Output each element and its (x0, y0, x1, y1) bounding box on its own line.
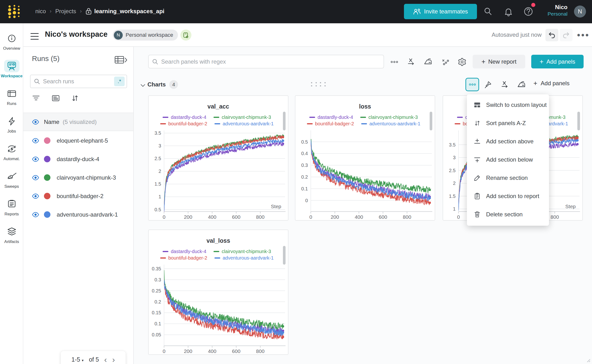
eye-icon[interactable] (32, 156, 39, 162)
line-chart[interactable]: 0.511.522.533.50200400600800Step (149, 96, 289, 221)
wandb-logo-icon[interactable] (8, 4, 22, 20)
workspace-title[interactable]: Nico's workspace (45, 30, 108, 39)
pagination-range-dropdown[interactable]: 1-5 ▾ (72, 356, 84, 363)
chart-panel-loss[interactable]: loss dastardly-duck-4clairvoyant-chipmun… (295, 95, 435, 221)
breadcrumb-project-name[interactable]: learning_workspaces_api (94, 8, 164, 15)
top-navbar: nico › Projects › learning_workspaces_ap… (0, 0, 592, 23)
eye-icon[interactable] (32, 175, 39, 180)
legend-scrollbar[interactable] (430, 112, 432, 130)
legend-scrollbar[interactable] (577, 112, 580, 130)
x-axis-settings-icon[interactable] (406, 56, 417, 67)
pin-section-icon[interactable] (482, 79, 494, 90)
sidebar-item-workspace[interactable]: Workspace (0, 55, 23, 83)
sidebar-item-overview[interactable]: Overview (0, 28, 23, 55)
chart-panel-val-acc[interactable]: val_acc dastardly-duck-4clairvoyant-chip… (148, 95, 288, 221)
svg-text:600: 600 (232, 348, 241, 354)
legend-scrollbar[interactable] (283, 246, 286, 265)
breadcrumb-projects[interactable]: Projects (55, 8, 76, 15)
filter-icon[interactable] (32, 95, 40, 103)
broom-icon (4, 170, 20, 183)
menu-hamburger-icon[interactable] (31, 31, 39, 38)
menu-item-add-section-above[interactable]: Add section above (467, 132, 549, 150)
workspace-more-icon[interactable]: ●●● (577, 32, 590, 38)
svg-text:2: 2 (158, 169, 161, 174)
workspace-notes-icon[interactable] (180, 30, 191, 41)
panel-search-input[interactable] (161, 58, 384, 65)
legend-scrollbar[interactable] (283, 112, 286, 130)
eye-icon[interactable] (32, 194, 39, 199)
line-chart[interactable]: 00.10.20.30.40.50200400600800 (295, 96, 436, 221)
panel-search-box (148, 55, 384, 68)
charts-section-title[interactable]: Charts (148, 81, 166, 88)
add-panels-button[interactable]: + Add panels (531, 55, 584, 68)
menu-item-switch-to-custom-layout[interactable]: Switch to custom layout (467, 96, 549, 114)
smoothing-iron-icon[interactable] (423, 56, 434, 67)
svg-text:0.3: 0.3 (154, 277, 161, 282)
chevron-right-icon: › (50, 8, 51, 14)
undo-button[interactable] (545, 29, 558, 41)
group-list-icon[interactable] (52, 95, 60, 103)
new-report-button[interactable]: + New report (473, 55, 525, 68)
run-row-eloquent-elephant-5[interactable]: eloquent-elephant-5 (23, 131, 133, 150)
sort-icon[interactable] (71, 95, 78, 103)
eye-icon[interactable] (32, 212, 39, 217)
search-icon[interactable] (483, 7, 493, 17)
run-row-clairvoyant-chipmunk-3[interactable]: clairvoyant-chipmunk-3 (23, 168, 133, 187)
section-drag-handle[interactable] (311, 82, 326, 86)
runs-search-input[interactable] (43, 78, 114, 85)
sidebar-item-artifacts[interactable]: Artifacts (0, 221, 23, 248)
sidebar-item-runs[interactable]: Runs (0, 83, 23, 110)
run-row-dastardly-duck-4[interactable]: dastardly-duck-4 (23, 150, 133, 168)
sidebar-item-jobs[interactable]: Jobs (0, 110, 23, 138)
menu-item-sort-panels[interactable]: Sort panels A-Z (467, 114, 549, 132)
run-color-dot (44, 137, 50, 144)
chart-panel-val-loss[interactable]: val_loss dastardly-duck-4clairvoyant-chi… (148, 229, 288, 355)
eye-icon[interactable] (32, 138, 39, 143)
chevron-down-icon[interactable] (141, 84, 145, 88)
svg-text:0: 0 (457, 214, 460, 220)
menu-item-delete-section[interactable]: Delete section (467, 205, 549, 224)
section-add-panels-button[interactable]: + Add panels (533, 80, 569, 87)
sidebar-item-reports[interactable]: Reports (0, 193, 23, 221)
x-axis-settings-icon[interactable] (499, 79, 510, 90)
section-more-button[interactable] (465, 78, 479, 91)
redo-button[interactable] (559, 29, 572, 41)
run-row-adventurous-aardvark-1[interactable]: adventurous-aardvark-1 (23, 205, 133, 224)
svg-text:600: 600 (379, 214, 387, 220)
invite-teammates-button[interactable]: Invite teammates (404, 4, 477, 19)
svg-text:0.2: 0.2 (154, 299, 161, 305)
menu-item-add-section-to-report[interactable]: Add section to report (467, 187, 549, 205)
svg-text:0.1: 0.1 (301, 186, 308, 191)
panel-more-icon[interactable] (389, 56, 400, 67)
menu-item-rename-section[interactable]: Rename section (467, 169, 549, 187)
personal-workspace-badge[interactable]: N Personal workspace (113, 30, 178, 41)
svg-text:0.4: 0.4 (301, 151, 308, 156)
sidebar-item-sweeps[interactable]: Sweeps (0, 166, 23, 193)
bell-icon[interactable] (504, 6, 513, 18)
resize-handle-icon[interactable] (585, 357, 591, 363)
runs-pagination: 1-5 ▾ of 5 ‹ › (61, 351, 126, 364)
breadcrumb: nico › Projects › learning_workspaces_ap… (35, 8, 164, 15)
prev-page-button[interactable]: ‹ (104, 355, 107, 364)
sort-icon (474, 120, 481, 126)
gear-icon[interactable] (456, 56, 468, 67)
smoothing-iron-icon[interactable] (516, 79, 527, 90)
svg-text:1.5: 1.5 (449, 194, 455, 199)
eye-icon[interactable] (32, 119, 39, 125)
breadcrumb-entity[interactable]: nico (35, 8, 46, 15)
runs-toolbar (32, 95, 78, 103)
sidebar-item-automations[interactable]: Automat. (0, 138, 23, 166)
plus-icon: + (481, 58, 485, 65)
regex-toggle[interactable]: .* (114, 77, 125, 86)
next-page-button[interactable]: › (112, 355, 115, 364)
expand-runs-table-icon[interactable] (115, 56, 127, 65)
user-avatar[interactable]: N (574, 6, 586, 18)
menu-item-add-section-below[interactable]: Add section below (467, 150, 549, 169)
svg-text:1: 1 (453, 206, 455, 212)
svg-text:0.5: 0.5 (154, 207, 161, 212)
line-chart[interactable]: 0.050.10.150.20.250.30.350200400600800 (149, 230, 289, 355)
run-row-bountiful-badger-2[interactable]: bountiful-badger-2 (23, 187, 133, 205)
svg-text:2.5: 2.5 (154, 156, 161, 161)
outliers-icon[interactable] (440, 56, 451, 67)
runs-list-header[interactable]: Name (5 visualized) (23, 113, 133, 131)
